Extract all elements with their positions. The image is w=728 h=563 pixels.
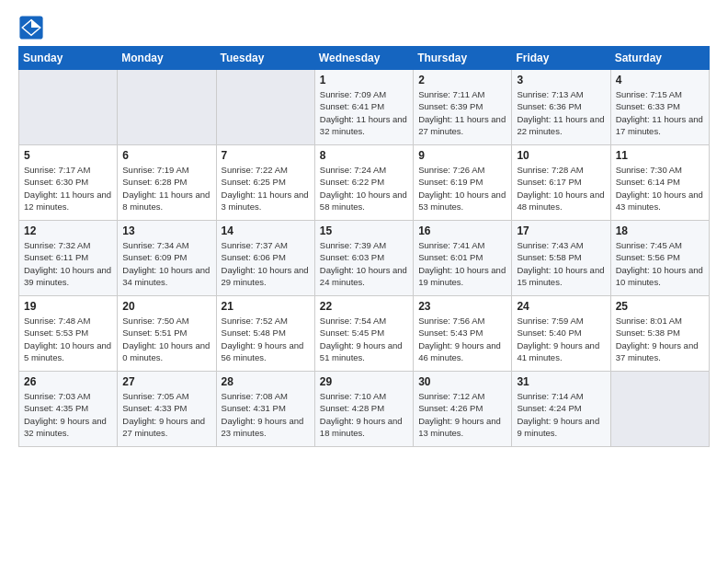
calendar-cell: 15Sunrise: 7:39 AMSunset: 6:03 PMDayligh… bbox=[314, 221, 413, 296]
day-number: 24 bbox=[517, 300, 605, 313]
calendar-cell: 30Sunrise: 7:12 AMSunset: 4:26 PMDayligh… bbox=[414, 372, 512, 447]
day-number: 20 bbox=[122, 300, 210, 313]
calendar-cell: 22Sunrise: 7:54 AMSunset: 5:45 PMDayligh… bbox=[314, 296, 413, 372]
weekday-header: Thursday bbox=[414, 47, 512, 70]
cell-sun-info: Sunrise: 7:03 AMSunset: 4:35 PMDaylight:… bbox=[24, 390, 112, 439]
cell-sun-info: Sunrise: 7:52 AMSunset: 5:48 PMDaylight:… bbox=[222, 315, 310, 363]
calendar-cell: 19Sunrise: 7:48 AMSunset: 5:53 PMDayligh… bbox=[19, 296, 118, 372]
weekday-header: Tuesday bbox=[216, 47, 314, 70]
day-number: 12 bbox=[24, 224, 112, 237]
day-number: 5 bbox=[24, 149, 112, 162]
calendar-cell: 31Sunrise: 7:14 AMSunset: 4:24 PMDayligh… bbox=[512, 372, 610, 447]
cell-sun-info: Sunrise: 7:45 AMSunset: 5:56 PMDaylight:… bbox=[616, 239, 704, 288]
day-number: 10 bbox=[517, 149, 605, 162]
calendar-cell: 1Sunrise: 7:09 AMSunset: 6:41 PMDaylight… bbox=[314, 70, 413, 145]
calendar-table: SundayMondayTuesdayWednesdayThursdayFrid… bbox=[18, 46, 710, 447]
cell-sun-info: Sunrise: 7:54 AMSunset: 5:45 PMDaylight:… bbox=[320, 315, 408, 363]
cell-sun-info: Sunrise: 7:39 AMSunset: 6:03 PMDaylight:… bbox=[320, 239, 408, 288]
cell-sun-info: Sunrise: 8:01 AMSunset: 5:38 PMDaylight:… bbox=[616, 315, 704, 363]
calendar-cell: 4Sunrise: 7:15 AMSunset: 6:33 PMDaylight… bbox=[610, 70, 709, 145]
calendar-cell: 14Sunrise: 7:37 AMSunset: 6:06 PMDayligh… bbox=[216, 221, 314, 296]
weekday-header: Friday bbox=[512, 47, 610, 70]
calendar-cell: 16Sunrise: 7:41 AMSunset: 6:01 PMDayligh… bbox=[414, 221, 512, 296]
calendar-cell bbox=[216, 70, 314, 145]
calendar-cell: 18Sunrise: 7:45 AMSunset: 5:56 PMDayligh… bbox=[610, 221, 709, 296]
day-number: 26 bbox=[24, 375, 112, 388]
calendar-cell: 24Sunrise: 7:59 AMSunset: 5:40 PMDayligh… bbox=[512, 296, 610, 372]
day-number: 23 bbox=[418, 300, 506, 313]
calendar-week-row: 1Sunrise: 7:09 AMSunset: 6:41 PMDaylight… bbox=[19, 70, 710, 145]
day-number: 18 bbox=[616, 224, 704, 237]
calendar-week-row: 26Sunrise: 7:03 AMSunset: 4:35 PMDayligh… bbox=[19, 372, 710, 447]
cell-sun-info: Sunrise: 7:41 AMSunset: 6:01 PMDaylight:… bbox=[418, 239, 506, 288]
cell-sun-info: Sunrise: 7:13 AMSunset: 6:36 PMDaylight:… bbox=[517, 88, 605, 137]
cell-sun-info: Sunrise: 7:08 AMSunset: 4:31 PMDaylight:… bbox=[222, 390, 310, 439]
calendar-cell: 29Sunrise: 7:10 AMSunset: 4:28 PMDayligh… bbox=[314, 372, 413, 447]
cell-sun-info: Sunrise: 7:19 AMSunset: 6:28 PMDaylight:… bbox=[122, 164, 210, 213]
day-number: 3 bbox=[517, 74, 605, 86]
calendar-cell: 11Sunrise: 7:30 AMSunset: 6:14 PMDayligh… bbox=[610, 145, 709, 221]
calendar-cell: 13Sunrise: 7:34 AMSunset: 6:09 PMDayligh… bbox=[118, 221, 216, 296]
day-number: 15 bbox=[320, 224, 408, 237]
calendar-cell: 2Sunrise: 7:11 AMSunset: 6:39 PMDaylight… bbox=[414, 70, 512, 145]
cell-sun-info: Sunrise: 7:32 AMSunset: 6:11 PMDaylight:… bbox=[24, 239, 112, 288]
weekday-header: Wednesday bbox=[314, 47, 413, 70]
cell-sun-info: Sunrise: 7:30 AMSunset: 6:14 PMDaylight:… bbox=[616, 164, 704, 213]
cell-sun-info: Sunrise: 7:34 AMSunset: 6:09 PMDaylight:… bbox=[122, 239, 210, 288]
cell-sun-info: Sunrise: 7:10 AMSunset: 4:28 PMDaylight:… bbox=[320, 390, 408, 439]
cell-sun-info: Sunrise: 7:12 AMSunset: 4:26 PMDaylight:… bbox=[418, 390, 506, 439]
cell-sun-info: Sunrise: 7:05 AMSunset: 4:33 PMDaylight:… bbox=[122, 390, 210, 439]
day-number: 7 bbox=[222, 149, 310, 162]
weekday-header: Monday bbox=[118, 47, 216, 70]
day-number: 2 bbox=[418, 74, 506, 86]
cell-sun-info: Sunrise: 7:28 AMSunset: 6:17 PMDaylight:… bbox=[517, 164, 605, 213]
calendar-cell: 7Sunrise: 7:22 AMSunset: 6:25 PMDaylight… bbox=[216, 145, 314, 221]
day-number: 4 bbox=[616, 74, 704, 86]
calendar-cell: 21Sunrise: 7:52 AMSunset: 5:48 PMDayligh… bbox=[216, 296, 314, 372]
day-number: 14 bbox=[222, 224, 310, 237]
day-number: 16 bbox=[418, 224, 506, 237]
day-number: 1 bbox=[320, 74, 408, 86]
day-number: 25 bbox=[616, 300, 704, 313]
calendar-cell: 26Sunrise: 7:03 AMSunset: 4:35 PMDayligh… bbox=[19, 372, 118, 447]
day-number: 9 bbox=[418, 149, 506, 162]
cell-sun-info: Sunrise: 7:26 AMSunset: 6:19 PMDaylight:… bbox=[418, 164, 506, 213]
day-number: 28 bbox=[222, 375, 310, 388]
day-number: 17 bbox=[517, 224, 605, 237]
calendar-week-row: 19Sunrise: 7:48 AMSunset: 5:53 PMDayligh… bbox=[19, 296, 710, 372]
calendar-cell bbox=[610, 372, 709, 447]
logo-icon bbox=[18, 15, 44, 40]
cell-sun-info: Sunrise: 7:09 AMSunset: 6:41 PMDaylight:… bbox=[320, 88, 408, 137]
calendar-week-row: 12Sunrise: 7:32 AMSunset: 6:11 PMDayligh… bbox=[19, 221, 710, 296]
calendar-cell: 5Sunrise: 7:17 AMSunset: 6:30 PMDaylight… bbox=[19, 145, 118, 221]
cell-sun-info: Sunrise: 7:50 AMSunset: 5:51 PMDaylight:… bbox=[122, 315, 210, 363]
calendar-week-row: 5Sunrise: 7:17 AMSunset: 6:30 PMDaylight… bbox=[19, 145, 710, 221]
page-container: SundayMondayTuesdayWednesdayThursdayFrid… bbox=[0, 0, 728, 456]
calendar-cell: 10Sunrise: 7:28 AMSunset: 6:17 PMDayligh… bbox=[512, 145, 610, 221]
calendar-cell: 23Sunrise: 7:56 AMSunset: 5:43 PMDayligh… bbox=[414, 296, 512, 372]
cell-sun-info: Sunrise: 7:43 AMSunset: 5:58 PMDaylight:… bbox=[517, 239, 605, 288]
weekday-header-row: SundayMondayTuesdayWednesdayThursdayFrid… bbox=[19, 47, 710, 70]
calendar-cell: 12Sunrise: 7:32 AMSunset: 6:11 PMDayligh… bbox=[19, 221, 118, 296]
day-number: 8 bbox=[320, 149, 408, 162]
cell-sun-info: Sunrise: 7:15 AMSunset: 6:33 PMDaylight:… bbox=[616, 88, 704, 137]
calendar-cell bbox=[118, 70, 216, 145]
calendar-cell: 6Sunrise: 7:19 AMSunset: 6:28 PMDaylight… bbox=[118, 145, 216, 221]
cell-sun-info: Sunrise: 7:14 AMSunset: 4:24 PMDaylight:… bbox=[517, 390, 605, 439]
day-number: 29 bbox=[320, 375, 408, 388]
weekday-header: Sunday bbox=[19, 47, 118, 70]
calendar-cell bbox=[19, 70, 118, 145]
cell-sun-info: Sunrise: 7:37 AMSunset: 6:06 PMDaylight:… bbox=[222, 239, 310, 288]
calendar-cell: 8Sunrise: 7:24 AMSunset: 6:22 PMDaylight… bbox=[314, 145, 413, 221]
cell-sun-info: Sunrise: 7:59 AMSunset: 5:40 PMDaylight:… bbox=[517, 315, 605, 363]
day-number: 30 bbox=[418, 375, 506, 388]
calendar-cell: 17Sunrise: 7:43 AMSunset: 5:58 PMDayligh… bbox=[512, 221, 610, 296]
cell-sun-info: Sunrise: 7:17 AMSunset: 6:30 PMDaylight:… bbox=[24, 164, 112, 213]
day-number: 22 bbox=[320, 300, 408, 313]
day-number: 13 bbox=[122, 224, 210, 237]
header bbox=[18, 15, 710, 40]
calendar-cell: 3Sunrise: 7:13 AMSunset: 6:36 PMDaylight… bbox=[512, 70, 610, 145]
day-number: 11 bbox=[616, 149, 704, 162]
day-number: 27 bbox=[122, 375, 210, 388]
calendar-cell: 9Sunrise: 7:26 AMSunset: 6:19 PMDaylight… bbox=[414, 145, 512, 221]
